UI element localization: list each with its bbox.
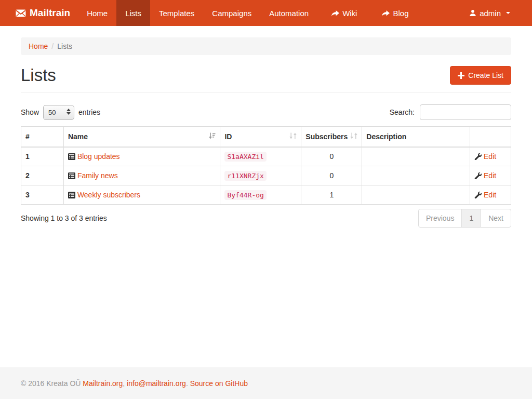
list-name-link[interactable]: Blog updates (77, 152, 120, 161)
pagination-page-1-button[interactable]: 1 (461, 209, 481, 228)
column-header-actions (470, 127, 511, 147)
list-alt-icon (68, 172, 75, 179)
entries-selected-value: 50 (48, 109, 56, 116)
brand-label: Mailtrain (30, 7, 70, 19)
nav-item-automation[interactable]: Automation (260, 0, 317, 26)
nav-item-home[interactable]: Home (78, 0, 116, 26)
sort-asc-icon (208, 132, 216, 141)
table-row: 3 Weekly subscribers Byf44R-og 1 Edit (21, 185, 511, 205)
nav-item-blog[interactable]: Blog (373, 0, 417, 26)
nav-items: Home Lists Templates Campaigns Automatio… (78, 0, 417, 26)
create-list-button[interactable]: Create List (450, 66, 511, 85)
column-header-subscribers[interactable]: Subscribers (301, 127, 362, 147)
select-spinner-icon (66, 109, 71, 115)
pagination-previous-button[interactable]: Previous (418, 209, 462, 228)
list-id-code: Byf44R-og (224, 190, 266, 200)
subscriber-count: 0 (301, 166, 362, 185)
entries-select[interactable]: 50 (43, 105, 74, 120)
row-number: 1 (21, 147, 64, 166)
subscriber-count: 0 (301, 147, 362, 166)
table-info: Showing 1 to 3 of 3 entries (21, 209, 107, 222)
page-header: Lists Create List (21, 65, 511, 93)
list-description (362, 185, 470, 205)
column-header-description: Description (362, 127, 470, 147)
footer-source-link[interactable]: Source on GitHub (190, 379, 248, 388)
user-menu[interactable]: admin (460, 0, 519, 26)
nav-item-lists[interactable]: Lists (116, 0, 150, 26)
page-title: Lists (21, 65, 56, 85)
plus-icon (458, 72, 464, 79)
sort-both-icon (289, 132, 297, 141)
wrench-icon (474, 191, 482, 198)
list-description (362, 166, 470, 185)
nav-item-campaigns[interactable]: Campaigns (203, 0, 260, 26)
search-input[interactable] (420, 104, 511, 120)
list-name-link[interactable]: Family news (77, 171, 118, 180)
user-icon (469, 9, 476, 17)
external-link-arrow-icon (382, 10, 390, 16)
footer-copyright: © 2016 Kreata OÜ (21, 379, 81, 388)
breadcrumb-current: Lists (57, 42, 72, 50)
row-number: 3 (21, 185, 64, 205)
table-row: 2 Family news r11XNRZjx 0 Edit (21, 166, 511, 185)
list-alt-icon (68, 153, 75, 160)
column-header-id[interactable]: ID (220, 127, 301, 147)
envelope-icon (16, 9, 26, 17)
nav-item-templates[interactable]: Templates (150, 0, 203, 26)
edit-link[interactable]: Edit (484, 152, 496, 161)
breadcrumb-home-link[interactable]: Home (29, 42, 48, 50)
footer: © 2016 Kreata OÜ Mailtrain.org, info@mai… (0, 367, 532, 399)
footer-email-link[interactable]: info@mailtrain.org (127, 379, 186, 388)
show-label: Show (21, 108, 39, 116)
pagination: Previous 1 Next (418, 209, 511, 228)
subscriber-count: 1 (301, 185, 362, 205)
sort-both-icon (350, 132, 357, 141)
breadcrumb-separator: / (51, 42, 54, 50)
wrench-icon (474, 153, 482, 160)
edit-link[interactable]: Edit (484, 191, 496, 199)
brand-logo[interactable]: Mailtrain (0, 0, 78, 26)
wrench-icon (474, 172, 482, 179)
breadcrumb: Home / Lists (21, 37, 511, 55)
navbar: Mailtrain Home Lists Templates Campaigns… (0, 0, 532, 26)
pagination-next-button[interactable]: Next (481, 209, 511, 228)
lists-table: # Name ID (21, 126, 511, 205)
search-label: Search: (390, 108, 415, 116)
entries-label: entries (78, 108, 100, 116)
list-id-code: r11XNRZjx (224, 171, 266, 181)
nav-item-wiki[interactable]: Wiki (323, 0, 366, 26)
external-link-arrow-icon (331, 10, 339, 16)
footer-site-link[interactable]: Mailtrain.org (83, 379, 123, 388)
table-header-row: # Name ID (21, 127, 511, 147)
list-description (362, 147, 470, 166)
list-alt-icon (68, 192, 75, 198)
edit-link[interactable]: Edit (484, 171, 496, 180)
table-controls: Show 50 entries Search: (21, 104, 511, 120)
list-name-link[interactable]: Weekly subscribers (77, 191, 140, 199)
chevron-down-icon (506, 12, 510, 14)
list-id-code: S1aAXAZil (224, 152, 266, 162)
column-header-num: # (21, 127, 64, 147)
column-header-name[interactable]: Name (63, 127, 220, 147)
user-label: admin (480, 9, 501, 18)
table-row: 1 Blog updates S1aAXAZil 0 Edit (21, 147, 511, 166)
row-number: 2 (21, 166, 64, 185)
